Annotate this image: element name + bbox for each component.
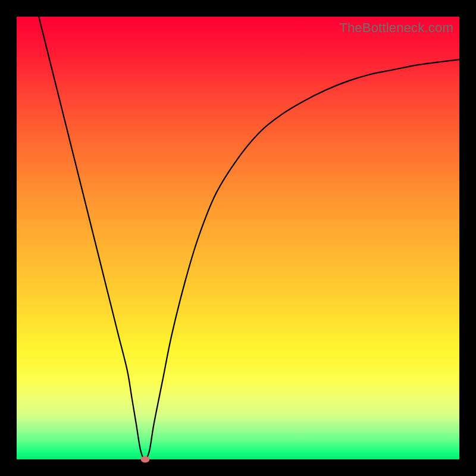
curve-svg xyxy=(17,17,459,459)
bottleneck-curve xyxy=(39,17,459,459)
chart-container: TheBottleneck.com xyxy=(0,0,476,476)
plot-area: TheBottleneck.com xyxy=(17,17,459,459)
apex-marker xyxy=(140,456,149,463)
